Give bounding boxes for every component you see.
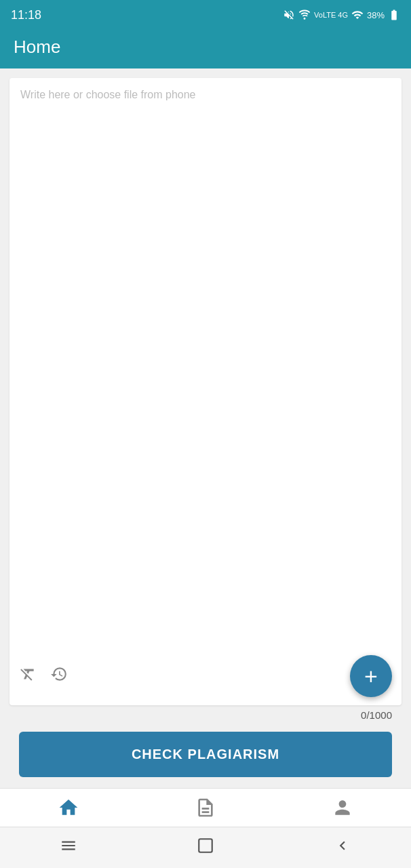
history-icon[interactable] [50,665,68,687]
main-content: + 0/1000 CHECK PLAGIARISM [0,68,411,788]
status-bar: 11:18 VoLTE 4G 38% [0,0,411,30]
text-input[interactable] [9,78,402,648]
word-count: 0/1000 [361,709,392,721]
mute-icon [283,9,295,21]
battery-icon [388,9,400,21]
profile-icon [332,797,353,818]
word-count-row: 0/1000 [9,705,402,725]
page-title: Home [14,37,60,57]
wifi-icon [298,9,311,21]
system-nav [0,827,411,868]
status-icons: VoLTE 4G 38% [283,9,400,21]
nav-item-files[interactable] [137,797,274,818]
bottom-nav [0,788,411,827]
header: Home [0,30,411,68]
home-icon [58,797,79,818]
check-btn-container: CHECK PLAGIARISM [9,725,402,788]
card-toolbar: + [9,648,402,705]
signal-icon [351,9,364,21]
signal-text: VoLTE 4G [314,11,348,19]
nav-item-home[interactable] [0,797,137,818]
status-time: 11:18 [11,8,41,22]
files-icon [195,797,216,818]
toolbar-left [19,665,68,687]
back-button[interactable] [334,837,351,859]
check-plagiarism-button[interactable]: CHECK PLAGIARISM [19,732,392,777]
plus-icon: + [364,665,378,688]
recent-apps-button[interactable] [60,837,77,859]
home-button[interactable] [197,837,214,859]
battery-text: 38% [367,10,385,20]
clear-format-icon[interactable] [19,665,37,687]
text-card: + [9,78,402,705]
add-file-button[interactable]: + [350,655,392,697]
svg-rect-0 [199,839,212,852]
nav-item-profile[interactable] [274,797,411,818]
